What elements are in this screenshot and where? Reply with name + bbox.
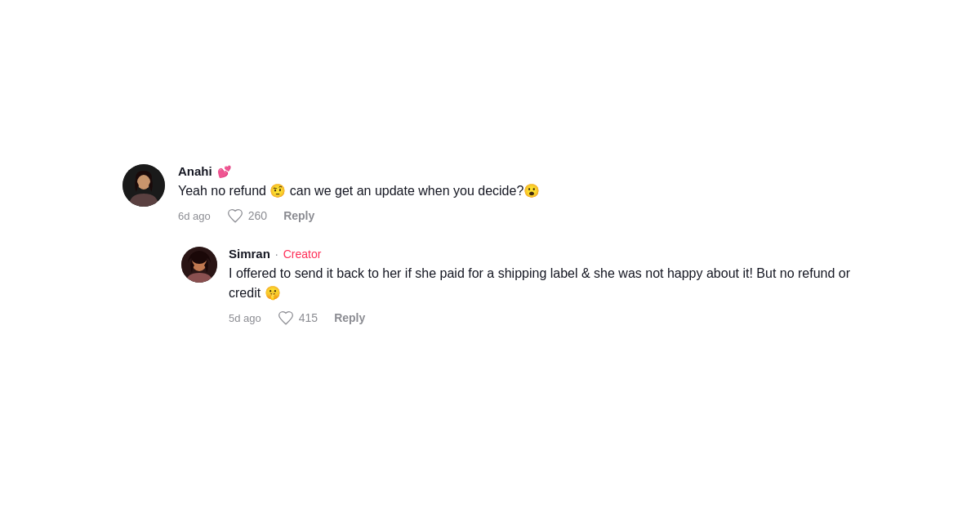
comment-timestamp: 6d ago xyxy=(178,210,211,222)
reply-like-count: 415 xyxy=(299,311,318,324)
creator-badge: Creator xyxy=(283,248,322,261)
reply-comment-item: Simran · Creator I offered to send it ba… xyxy=(181,247,858,326)
like-count: 260 xyxy=(248,209,267,222)
comment-actions: 6d ago 260 Reply xyxy=(178,207,858,224)
avatar xyxy=(122,164,165,207)
reply-reply-button[interactable]: Reply xyxy=(334,311,365,324)
comment-body: Anahi 💕 Yeah no refund 🤨 can we get an u… xyxy=(178,164,858,224)
reply-like-group: 415 xyxy=(278,310,318,326)
reply-comment-header: Simran · Creator xyxy=(229,247,858,261)
reply-button[interactable]: Reply xyxy=(283,209,314,222)
avatar xyxy=(181,247,217,283)
reply-comment-body: Simran · Creator I offered to send it ba… xyxy=(229,247,858,326)
username-emoji: 💕 xyxy=(217,165,231,178)
reply-comment-text: I offered to send it back to her if she … xyxy=(229,264,858,303)
like-group: 260 xyxy=(227,207,267,224)
reply-timestamp: 5d ago xyxy=(229,312,261,324)
svg-point-3 xyxy=(137,175,150,190)
comment-item: Anahi 💕 Yeah no refund 🤨 can we get an u… xyxy=(122,164,858,224)
svg-point-6 xyxy=(191,251,207,264)
heart-icon[interactable] xyxy=(227,207,243,224)
reply-comment-actions: 5d ago 415 Reply xyxy=(229,310,858,326)
reply-username: Simran xyxy=(229,247,270,261)
comment-header: Anahi 💕 xyxy=(178,164,858,178)
comments-container: Anahi 💕 Yeah no refund 🤨 can we get an u… xyxy=(122,148,858,365)
comment-text: Yeah no refund 🤨 can we get an update wh… xyxy=(178,181,815,201)
commenter-username: Anahi xyxy=(178,164,212,178)
reply-heart-icon[interactable] xyxy=(278,310,294,326)
